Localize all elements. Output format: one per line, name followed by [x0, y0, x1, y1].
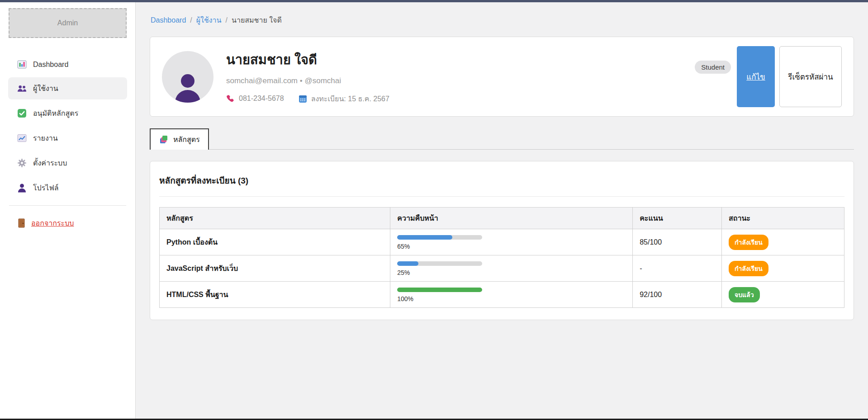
logout-label: ออกจากระบบ [31, 217, 74, 229]
page-title: นายสมชาย ใจดี [226, 49, 682, 70]
avatar [162, 51, 213, 103]
column-header: หลักสูตร [160, 208, 390, 229]
progress-bar [397, 288, 482, 292]
courses-table: หลักสูตรความคืบหน้าคะแนนสถานะ Python เบื… [159, 207, 844, 308]
bar-chart-icon [17, 60, 27, 69]
sidebar-item-label: ผู้ใช้งาน [33, 83, 58, 94]
person-silhouette-icon [172, 71, 204, 103]
reset-password-button[interactable]: รีเซ็ตรหัสผ่าน [779, 46, 842, 107]
profile-phone: 081-234-5678 [239, 94, 284, 103]
line-chart-icon [17, 133, 27, 143]
sidebar-item-ตั้งค่าระบบ[interactable]: ตั้งค่าระบบ [0, 152, 135, 174]
door-icon [17, 218, 26, 228]
main-content: Dashboard/ผู้ใช้งาน/นายสมชาย ใจดี นายสมช… [136, 2, 868, 419]
users-icon [17, 84, 27, 93]
score-cell: - [633, 255, 722, 282]
courses-card: หลักสูตรที่ลงทะเบียน (3) หลักสูตรความคืบ… [150, 161, 854, 320]
profile-actions: Student แก้ไข รีเซ็ตรหัสผ่าน [695, 46, 842, 107]
column-header: ความคืบหน้า [390, 208, 633, 229]
progress-label: 65% [397, 243, 626, 250]
sidebar-item-label: อนุมัติหลักสูตร [33, 108, 78, 119]
profile-email-line: somchai@email.com • @somchai [226, 76, 682, 85]
profile-info: นายสมชาย ใจดี somchai@email.com • @somch… [226, 49, 682, 104]
breadcrumb-separator: / [190, 16, 192, 24]
phone-icon [226, 94, 235, 103]
status-badge: กำลังเรียน [729, 235, 768, 250]
sidebar-item-โปรไฟล์[interactable]: โปรไฟล์ [0, 177, 135, 199]
sidebar-item-label: Dashboard [33, 61, 68, 69]
sidebar-item-dashboard[interactable]: Dashboard [0, 54, 135, 75]
breadcrumb: Dashboard/ผู้ใช้งาน/นายสมชาย ใจดี [150, 2, 854, 37]
card-title: หลักสูตรที่ลงทะเบียน (3) [159, 174, 844, 187]
column-header: คะแนน [633, 208, 722, 229]
profile-handle: @somchai [304, 76, 341, 85]
books-icon [159, 135, 168, 144]
progress-label: 25% [397, 269, 626, 276]
role-badge: Student [695, 61, 731, 74]
tab-courses[interactable]: หลักสูตร [150, 128, 209, 150]
table-row: HTML/CSS พื้นฐาน100%92/100จบแล้ว [160, 282, 844, 308]
status-badge: กำลังเรียน [729, 261, 768, 276]
check-icon [17, 109, 27, 118]
score-cell: 85/100 [633, 229, 722, 255]
progress-bar [397, 261, 482, 266]
course-name: HTML/CSS พื้นฐาน [166, 291, 228, 298]
tab-bar: หลักสูตร [150, 128, 854, 150]
person-icon [17, 183, 27, 193]
tab-courses-label: หลักสูตร [173, 134, 200, 145]
breadcrumb-link[interactable]: ผู้ใช้งาน [196, 16, 222, 24]
logout-link[interactable]: ออกจากระบบ [17, 217, 74, 229]
gear-icon [17, 158, 27, 168]
status-badge: จบแล้ว [729, 287, 760, 302]
breadcrumb-separator: / [226, 16, 228, 24]
calendar-icon [299, 94, 307, 103]
progress-bar [397, 235, 482, 240]
table-header-row: หลักสูตรความคืบหน้าคะแนนสถานะ [160, 208, 844, 229]
sidebar-item-label: ตั้งค่าระบบ [33, 157, 67, 169]
score-cell: 92/100 [633, 282, 722, 308]
email-separator: • [300, 76, 303, 85]
profile-card: นายสมชาย ใจดี somchai@email.com • @somch… [150, 37, 854, 117]
course-name: JavaScript สำหรับเว็บ [166, 264, 238, 272]
table-row: JavaScript สำหรับเว็บ25%-กำลังเรียน [160, 255, 844, 282]
progress-label: 100% [397, 295, 626, 302]
sidebar-nav: Dashboardผู้ใช้งานอนุมัติหลักสูตรรายงานต… [0, 54, 135, 199]
breadcrumb-current: นายสมชาย ใจดี [232, 16, 282, 24]
sidebar-item-ผู้ใช้งาน[interactable]: ผู้ใช้งาน [8, 77, 127, 99]
table-row: Python เบื้องต้น65%85/100กำลังเรียน [160, 229, 844, 255]
sidebar-item-อนุมัติหลักสูตร[interactable]: อนุมัติหลักสูตร [0, 102, 135, 124]
sidebar: Admin Dashboardผู้ใช้งานอนุมัติหลักสูตรร… [0, 2, 136, 419]
profile-meta-line: 081-234-5678 ลงทะเบียน: 15 ธ.ค. 2567 [226, 93, 682, 104]
sidebar-item-label: รายงาน [33, 132, 58, 144]
sidebar-divider [9, 205, 126, 206]
course-name: Python เบื้องต้น [166, 238, 218, 246]
card-divider [159, 196, 844, 197]
edit-button[interactable]: แก้ไข [737, 46, 775, 107]
sidebar-item-label: โปรไฟล์ [33, 182, 59, 193]
sidebar-item-รายงาน[interactable]: รายงาน [0, 127, 135, 149]
breadcrumb-link[interactable]: Dashboard [151, 16, 186, 24]
column-header: สถานะ [721, 208, 844, 229]
admin-logo: Admin [9, 8, 127, 38]
profile-registered-date: ลงทะเบียน: 15 ธ.ค. 2567 [311, 93, 389, 104]
profile-email: somchai@email.com [226, 76, 298, 85]
